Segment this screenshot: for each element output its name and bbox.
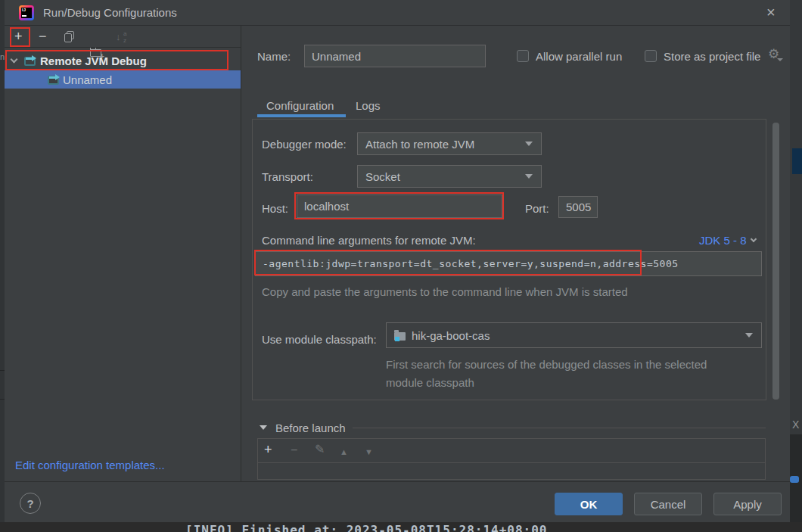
chevron-down-icon <box>750 236 756 242</box>
allow-parallel-run-checkbox[interactable] <box>517 50 529 62</box>
copy-configuration-button[interactable] <box>64 31 74 42</box>
host-label: Host: <box>262 202 288 215</box>
edit-configuration-templates-link[interactable]: Edit configuration templates... <box>15 459 165 471</box>
divider <box>5 47 241 48</box>
divider <box>5 25 790 26</box>
port-input[interactable]: 5005 <box>558 196 598 218</box>
help-button[interactable]: ? <box>20 493 41 514</box>
move-up-button[interactable]: ▲ <box>340 446 348 458</box>
background-x-char: X <box>792 418 799 431</box>
background-console: [INFO] Finished at: 2023-05-08T15:28:14+… <box>0 522 802 532</box>
divider <box>258 462 765 463</box>
background-selection-block <box>792 148 802 174</box>
transport-select[interactable]: Socket <box>357 165 542 188</box>
module-classpath-label: Use module classpath: <box>262 333 377 346</box>
background-right-sliver: X <box>790 0 802 532</box>
add-configuration-button[interactable]: + <box>14 30 23 43</box>
move-down-button[interactable]: ▼ <box>365 446 373 458</box>
panel-divider[interactable] <box>241 25 241 481</box>
name-input[interactable]: Unnamed <box>304 45 486 67</box>
tab-active-indicator <box>257 114 346 117</box>
remote-debug-icon <box>48 74 61 85</box>
tree-child-label: Unnamed <box>63 73 112 86</box>
background-blue-corner <box>790 476 799 483</box>
module-classpath-hint: First search for sources of the debugged… <box>386 356 741 392</box>
intellij-logo-icon: IJ <box>19 5 34 20</box>
divider <box>353 428 766 428</box>
module-icon <box>394 330 406 341</box>
tree-item-remote-jvm-debug[interactable]: Remote JVM Debug <box>5 51 241 70</box>
ok-button[interactable]: OK <box>555 493 623 515</box>
tree-item-unnamed[interactable]: Unnamed <box>5 70 241 89</box>
jdk-version-selector[interactable]: JDK 5 - 8 <box>699 234 756 247</box>
store-as-project-file-label[interactable]: Store as project file <box>664 50 760 63</box>
remote-debug-icon <box>24 55 37 66</box>
scrollbar[interactable] <box>772 123 779 400</box>
before-launch-label: Before launch <box>275 422 346 434</box>
debugger-mode-select[interactable]: Attach to remote JVM <box>357 132 542 155</box>
add-task-button[interactable]: + <box>264 443 272 456</box>
tree-group-label: Remote JVM Debug <box>40 54 147 67</box>
remove-task-button[interactable]: − <box>291 444 297 456</box>
screenshot-root: nt X IJ Run/Debug Configurations × + − +… <box>0 0 802 532</box>
sort-configurations-button[interactable]: ↓ a z <box>116 31 121 42</box>
host-input[interactable]: localhost <box>297 194 502 218</box>
debugger-mode-label: Debugger mode: <box>262 138 347 151</box>
window-title: Run/Debug Configurations <box>43 6 177 19</box>
cancel-button[interactable]: Cancel <box>634 493 702 515</box>
cmdline-args-field[interactable]: -agentlib:jdwp=transport=dt_socket,serve… <box>255 251 762 276</box>
tab-configuration[interactable]: Configuration <box>266 99 334 112</box>
tab-logs[interactable]: Logs <box>356 99 381 112</box>
apply-button[interactable]: Apply <box>713 493 782 515</box>
gear-icon[interactable]: ⚙ <box>768 48 779 61</box>
console-log-line: [INFO] Finished at: 2023-05-08T15:28:14+… <box>185 523 547 532</box>
collapse-triangle-icon[interactable] <box>260 425 267 430</box>
chevron-down-icon <box>525 142 533 146</box>
edit-task-button[interactable]: ✎ <box>315 443 325 456</box>
store-as-project-file-checkbox[interactable] <box>645 50 657 62</box>
before-launch-panel: + − ✎ ▲ ▼ <box>257 438 766 480</box>
chevron-down-icon <box>745 333 753 338</box>
transport-label: Transport: <box>262 170 313 183</box>
cmdline-hint: Copy and paste the arguments to the comm… <box>262 285 628 298</box>
chevron-down-icon <box>525 174 533 179</box>
close-icon[interactable]: × <box>766 5 776 20</box>
remove-configuration-button[interactable]: − <box>39 30 47 43</box>
allow-parallel-run-label[interactable]: Allow parallel run <box>536 50 622 63</box>
port-label: Port: <box>525 202 549 215</box>
chevron-down-icon[interactable] <box>11 56 18 64</box>
divider <box>5 481 790 482</box>
name-label: Name: <box>257 50 291 63</box>
cmdline-label: Command line arguments for remote JVM: <box>262 234 476 247</box>
module-classpath-select[interactable]: hik-ga-boot-cas <box>386 322 762 348</box>
